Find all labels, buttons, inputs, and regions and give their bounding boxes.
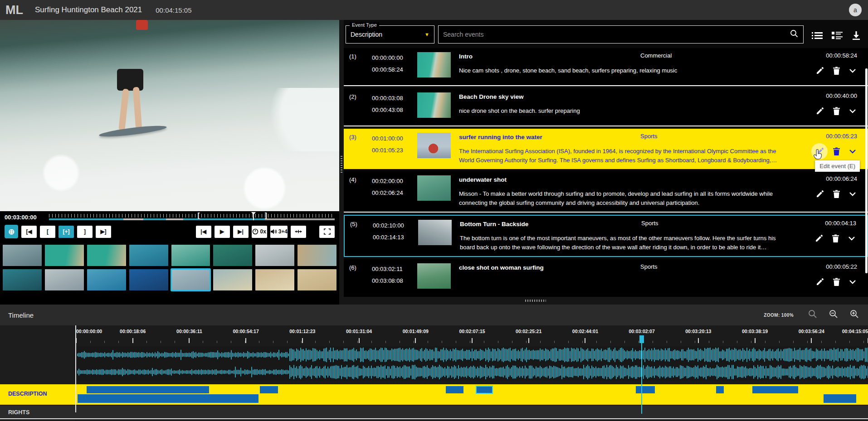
zoom-reset-icon[interactable] xyxy=(808,310,817,320)
filmstrip-thumbnail[interactable] xyxy=(87,269,126,290)
event-row[interactable]: (3) 00:01:00:00 00:01:05:23 surfer runni… xyxy=(344,129,868,169)
vertical-splitter[interactable] xyxy=(339,20,344,305)
filmstrip-thumbnail[interactable] xyxy=(297,269,336,290)
edit-event-button[interactable] xyxy=(815,277,824,286)
filmstrip-thumbnail[interactable] xyxy=(87,245,126,266)
set-out-button[interactable]: ] xyxy=(77,226,93,238)
search-box[interactable] xyxy=(438,25,804,44)
pan-button[interactable] xyxy=(291,226,306,238)
timeline-ruler[interactable]: 00:00:00:0000:00:18:0600:00:36:1100:00:5… xyxy=(76,325,868,345)
surfboard xyxy=(99,124,167,139)
group-view-icon[interactable] xyxy=(832,31,843,40)
description-event-bar[interactable] xyxy=(716,386,724,393)
event-row[interactable]: (5) 00:02:10:00 00:02:14:13 Bottom Turn … xyxy=(344,215,868,257)
event-thumbnail[interactable] xyxy=(417,52,451,77)
expand-event-button[interactable] xyxy=(847,234,856,243)
event-thumbnail[interactable] xyxy=(417,175,451,201)
edit-event-button[interactable] xyxy=(815,189,824,198)
filmstrip-thumbnail[interactable] xyxy=(255,269,294,290)
next-frame-button[interactable]: ▶| xyxy=(233,226,249,238)
edit-event-button[interactable] xyxy=(815,106,824,116)
event-type-dropdown[interactable]: Event Type Description ▼ xyxy=(346,25,434,44)
filmstrip-thumbnail[interactable] xyxy=(129,269,168,290)
set-in-button[interactable]: [ xyxy=(40,226,55,238)
in-point-marker[interactable]: [ xyxy=(198,211,200,219)
description-event-bar[interactable] xyxy=(476,386,493,393)
delete-event-button[interactable] xyxy=(832,277,841,286)
delete-event-button[interactable] xyxy=(831,234,840,243)
event-row[interactable]: (6) 00:03:02:11 00:03:08:08 close shot o… xyxy=(344,259,868,297)
event-thumbnail[interactable] xyxy=(417,263,451,289)
playhead-handle[interactable] xyxy=(639,335,644,343)
filmstrip-thumbnail[interactable] xyxy=(213,269,252,290)
track-description-label[interactable]: DESCRIPTION xyxy=(8,391,47,397)
event-thumbnail[interactable] xyxy=(417,133,451,158)
description-event-bar[interactable] xyxy=(260,386,278,393)
player-progress-bar[interactable] xyxy=(49,218,335,220)
edit-event-button[interactable] xyxy=(814,234,824,243)
filmstrip-thumbnail[interactable] xyxy=(171,245,210,266)
delete-event-button[interactable] xyxy=(832,189,841,198)
description-event-bar[interactable] xyxy=(636,386,655,393)
filmstrip-thumbnail[interactable] xyxy=(255,245,294,266)
horizontal-splitter[interactable] xyxy=(344,297,868,305)
audio-waveform[interactable] xyxy=(76,346,868,381)
description-event-bar[interactable] xyxy=(752,386,798,393)
filmstrip-thumbnail[interactable] xyxy=(45,245,84,266)
filmstrip-thumbnail[interactable] xyxy=(3,269,42,290)
expand-event-button[interactable] xyxy=(848,277,857,286)
out-point-marker[interactable]: ] xyxy=(265,211,267,219)
search-icon[interactable] xyxy=(790,29,799,40)
list-view-icon[interactable] xyxy=(812,31,823,40)
fullscreen-button[interactable] xyxy=(319,226,335,238)
timeline-playhead[interactable] xyxy=(641,336,642,414)
expand-event-button[interactable] xyxy=(848,66,857,75)
go-to-out-button[interactable]: ▶] xyxy=(96,226,111,238)
track-description[interactable]: DESCRIPTION xyxy=(0,384,868,405)
event-description: nice drone shot on the beach. surfer pre… xyxy=(459,106,793,116)
description-event-bar[interactable] xyxy=(87,386,210,393)
play-button[interactable]: ▶ xyxy=(215,226,230,238)
player-scrubber[interactable]: [ ] xyxy=(49,213,335,222)
delete-event-button[interactable] xyxy=(832,147,841,156)
description-event-bar[interactable] xyxy=(78,394,258,403)
expand-event-button[interactable] xyxy=(848,106,857,116)
expand-event-button[interactable] xyxy=(848,189,857,198)
speed-button[interactable]: 0x xyxy=(252,226,267,238)
ruler-tick-label: 00:03:20:13 xyxy=(685,329,711,334)
add-event-button[interactable]: ⊕ xyxy=(5,225,18,238)
track-rights-label[interactable]: RIGHTS xyxy=(8,409,29,416)
event-row[interactable]: (4) 00:02:00:00 00:02:06:24 underwater s… xyxy=(344,171,868,213)
expand-event-button[interactable] xyxy=(848,147,857,156)
event-thumbnail[interactable] xyxy=(417,92,451,118)
event-thumbnail[interactable] xyxy=(418,220,452,245)
filmstrip-thumbnail[interactable] xyxy=(129,245,168,266)
go-to-in-button[interactable]: [◀ xyxy=(21,226,37,238)
filmstrip-thumbnail[interactable] xyxy=(297,245,336,266)
description-event-bar[interactable] xyxy=(824,394,856,403)
add-marker-button[interactable]: [+] xyxy=(59,226,74,238)
event-row[interactable]: (2) 00:00:03:08 00:00:43:08 Beach Drone … xyxy=(344,88,868,126)
zoom-out-icon[interactable] xyxy=(829,310,838,320)
filmstrip-thumbnail[interactable] xyxy=(171,269,210,290)
description-event-bar[interactable] xyxy=(446,386,463,393)
audio-channels-button[interactable]: 3+4 xyxy=(270,226,288,238)
edit-event-button[interactable] xyxy=(815,66,824,75)
player-playhead[interactable] xyxy=(253,213,254,220)
delete-event-button[interactable] xyxy=(832,66,841,75)
event-row[interactable]: (1) 00:00:00:00 00:00:58:24 Intro Commer… xyxy=(344,48,868,86)
ruler-tick-label: 00:00:36:11 xyxy=(176,329,202,334)
filmstrip-thumbnail[interactable] xyxy=(213,245,252,266)
zoom-in-icon[interactable] xyxy=(850,310,859,320)
filmstrip-thumbnail[interactable] xyxy=(45,269,84,290)
track-rights[interactable]: RIGHTS xyxy=(0,406,868,419)
search-input[interactable] xyxy=(443,31,790,38)
video-viewport[interactable] xyxy=(0,20,339,211)
download-icon[interactable] xyxy=(852,31,861,40)
user-avatar[interactable]: a xyxy=(849,4,862,16)
event-list-scrollbar[interactable] xyxy=(865,68,868,273)
event-title: Bottom Turn - Backside xyxy=(460,221,528,227)
filmstrip-thumbnail[interactable] xyxy=(3,245,42,266)
prev-frame-button[interactable]: |◀ xyxy=(196,226,211,238)
delete-event-button[interactable] xyxy=(832,106,841,116)
